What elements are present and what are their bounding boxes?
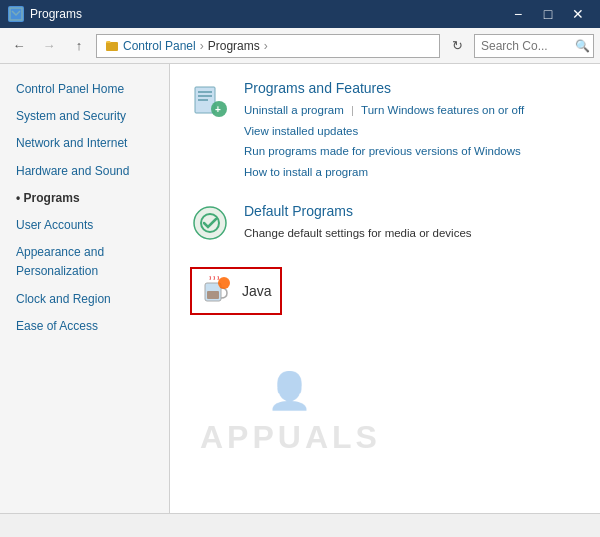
main-layout: Control Panel Home System and Security N…: [0, 64, 600, 513]
address-path[interactable]: Control Panel › Programs ›: [96, 34, 440, 58]
programs-features-content: Programs and Features Uninstall a progra…: [244, 80, 524, 183]
java-label: Java: [242, 283, 272, 299]
default-programs-svg-icon: [192, 205, 228, 241]
folder-icon: [105, 39, 119, 53]
sidebar-item-user-accounts[interactable]: User Accounts: [0, 212, 169, 239]
uninstall-link[interactable]: Uninstall a program: [244, 104, 344, 116]
separator-1: |: [351, 104, 357, 116]
svg-rect-5: [198, 99, 208, 101]
java-icon: [200, 275, 232, 307]
forward-button[interactable]: →: [36, 34, 62, 58]
path-sep-1: ›: [200, 39, 204, 53]
java-svg-icon: [200, 275, 232, 307]
default-programs-section: Default Programs Change default settings…: [190, 203, 580, 244]
address-bar: ← → ↑ Control Panel › Programs › ↻ 🔍: [0, 28, 600, 64]
installed-updates-link[interactable]: View installed updates: [244, 125, 358, 137]
programs-features-links: Uninstall a program | Turn Windows featu…: [244, 100, 524, 183]
svg-rect-1: [106, 42, 118, 51]
maximize-button[interactable]: □: [534, 4, 562, 24]
sidebar-item-system-security[interactable]: System and Security: [0, 103, 169, 130]
sidebar-item-appearance[interactable]: Appearance and Personalization: [0, 239, 169, 285]
search-icon: 🔍: [575, 39, 590, 53]
path-controlpanel[interactable]: Control Panel: [123, 39, 196, 53]
content-area: + Programs and Features Uninstall a prog…: [170, 64, 600, 513]
window-controls: − □ ✕: [504, 4, 592, 24]
svg-point-12: [218, 277, 230, 289]
default-programs-content: Default Programs Change default settings…: [244, 203, 472, 244]
svg-rect-4: [198, 95, 212, 97]
how-install-link[interactable]: How to install a program: [244, 166, 368, 178]
search-input[interactable]: [481, 39, 571, 53]
path-programs: Programs: [208, 39, 260, 53]
sidebar-item-clock-region[interactable]: Clock and Region: [0, 286, 169, 313]
programs-features-svg-icon: +: [191, 81, 229, 119]
sidebar-item-control-panel-home[interactable]: Control Panel Home: [0, 76, 169, 103]
svg-text:+: +: [215, 104, 221, 115]
title-bar-icon: [8, 6, 24, 22]
sidebar-item-ease-access[interactable]: Ease of Access: [0, 313, 169, 340]
search-box[interactable]: 🔍: [474, 34, 594, 58]
programs-features-section: + Programs and Features Uninstall a prog…: [190, 80, 580, 183]
sidebar-item-programs: Programs: [0, 185, 169, 212]
window-title: Programs: [30, 7, 504, 21]
path-sep-2: ›: [264, 39, 268, 53]
default-programs-desc-text: Change default settings for media or dev…: [244, 227, 472, 239]
turn-features-link[interactable]: Turn Windows features on or off: [361, 104, 524, 116]
java-item[interactable]: Java: [190, 267, 282, 315]
title-bar: Programs − □ ✕: [0, 0, 600, 28]
programs-features-icon: +: [190, 80, 230, 120]
run-old-link[interactable]: Run programs made for previous versions …: [244, 145, 521, 157]
sidebar-item-network-internet[interactable]: Network and Internet: [0, 130, 169, 157]
default-programs-icon: [190, 203, 230, 243]
svg-rect-3: [198, 91, 212, 93]
svg-point-8: [194, 207, 226, 239]
default-programs-title[interactable]: Default Programs: [244, 203, 472, 219]
close-button[interactable]: ✕: [564, 4, 592, 24]
programs-features-title[interactable]: Programs and Features: [244, 80, 524, 96]
refresh-button[interactable]: ↻: [444, 34, 470, 58]
default-programs-description: Change default settings for media or dev…: [244, 223, 472, 244]
sidebar: Control Panel Home System and Security N…: [0, 64, 170, 513]
status-bar: [0, 513, 600, 537]
sidebar-item-hardware-sound[interactable]: Hardware and Sound: [0, 158, 169, 185]
minimize-button[interactable]: −: [504, 4, 532, 24]
up-button[interactable]: ↑: [66, 34, 92, 58]
back-button[interactable]: ←: [6, 34, 32, 58]
svg-rect-11: [207, 291, 219, 299]
